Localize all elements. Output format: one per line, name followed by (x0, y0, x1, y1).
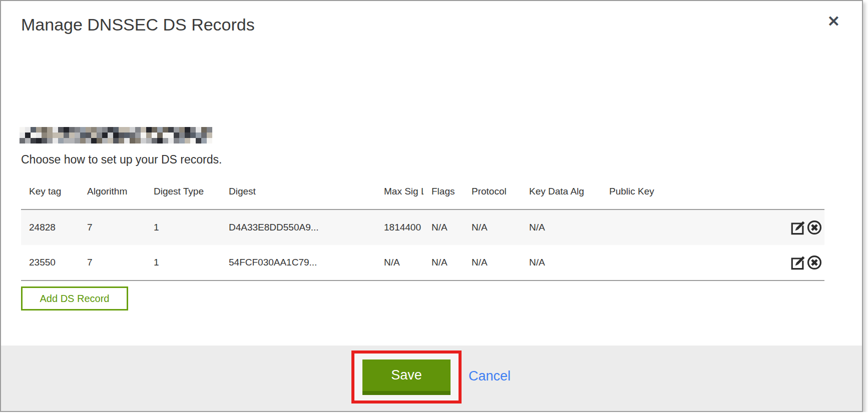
cell-digest: 54FCF030AA1C79... (221, 245, 376, 280)
delete-record-icon[interactable] (806, 220, 822, 236)
col-header-actions (717, 179, 824, 210)
cell-actions (717, 210, 824, 245)
col-header-flags: Flags (423, 179, 464, 210)
cell-digest: D4A33E8DD550A9... (221, 210, 376, 245)
save-button[interactable]: Save (362, 360, 451, 395)
cell-algorithm: 7 (79, 245, 146, 280)
dialog-title: Manage DNSSEC DS Records (21, 15, 255, 34)
redacted-domain-name (20, 127, 212, 144)
cancel-link[interactable]: Cancel (469, 368, 511, 384)
col-header-digest: Digest (221, 179, 376, 210)
col-header-key-data-alg: Key Data Alg (521, 179, 601, 210)
col-header-algorithm: Algorithm (79, 179, 146, 210)
table-header-row: Key tag Algorithm Digest Type Digest Max… (21, 179, 824, 210)
cell-key-data-alg: N/A (521, 245, 601, 280)
cell-protocol: N/A (464, 210, 521, 245)
cell-digest-type: 1 (146, 210, 221, 245)
add-ds-record-button[interactable]: Add DS Record (21, 286, 128, 310)
edit-record-icon[interactable] (790, 220, 806, 236)
cell-actions (717, 245, 824, 280)
cell-key-tag: 23550 (21, 245, 79, 280)
table-row: 23550 7 1 54FCF030AA1C79... N/A N/A N/A … (21, 245, 824, 280)
col-header-public-key: Public Key (601, 179, 717, 210)
instruction-text: Choose how to set up your DS records. (21, 153, 222, 166)
table-row: 24828 7 1 D4A33E8DD550A9... 1814400 N/A … (21, 210, 824, 245)
cell-digest-type: 1 (146, 245, 221, 280)
cell-max-sig-life: N/A (376, 245, 423, 280)
ds-records-table: Key tag Algorithm Digest Type Digest Max… (21, 179, 824, 281)
edit-record-icon[interactable] (790, 254, 806, 270)
col-header-protocol: Protocol (464, 179, 521, 210)
cell-algorithm: 7 (79, 210, 146, 245)
annotation-highlight-rect: Save (351, 350, 462, 404)
manage-dnssec-dialog: Manage DNSSEC DS Records ✕ Choose how to… (0, 0, 863, 412)
cell-key-data-alg: N/A (521, 210, 601, 245)
cell-max-sig-life: 1814400 (376, 210, 423, 245)
cell-flags: N/A (423, 245, 464, 280)
col-header-key-tag: Key tag (21, 179, 79, 210)
cell-protocol: N/A (464, 245, 521, 280)
cell-key-tag: 24828 (21, 210, 79, 245)
cell-public-key (601, 245, 717, 280)
cell-public-key (601, 210, 717, 245)
dialog-footer: Save Cancel (1, 346, 862, 411)
cell-flags: N/A (423, 210, 464, 245)
col-header-max-sig-life: Max Sig Life (376, 179, 423, 210)
col-header-digest-type: Digest Type (146, 179, 221, 210)
close-icon[interactable]: ✕ (825, 12, 842, 31)
delete-record-icon[interactable] (806, 254, 822, 270)
